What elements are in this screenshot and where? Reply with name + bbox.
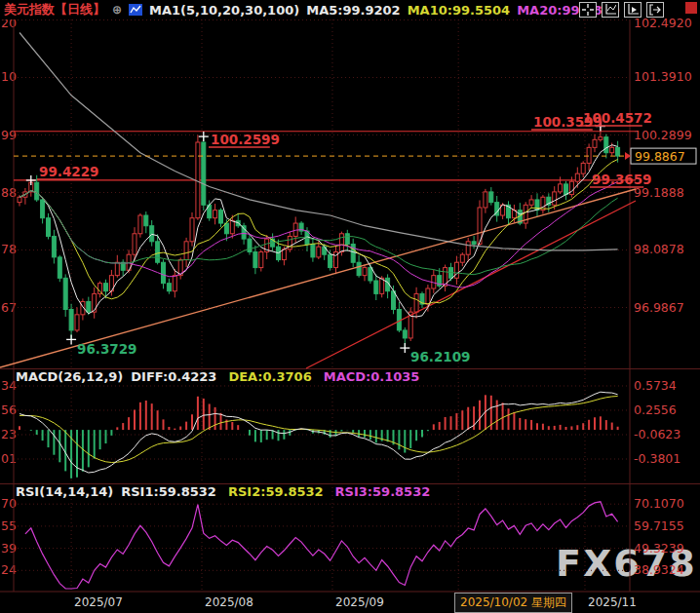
x-axis-label-nov: 2025/11 <box>588 595 637 609</box>
svg-text:100.2899: 100.2899 <box>634 128 692 142</box>
rsi-params-label: RSI(14,14,14) <box>16 484 113 499</box>
diff-line <box>19 392 618 473</box>
price-annotation: 100.3599 <box>533 114 603 130</box>
svg-text:67: 67 <box>1 300 17 315</box>
chart-type-icon[interactable] <box>129 4 142 16</box>
svg-text:102.4920: 102.4920 <box>634 16 692 30</box>
x-axis-label-jul: 2025/07 <box>74 595 123 609</box>
crosshair-icon[interactable] <box>579 2 597 18</box>
rsi-panel-header: RSI(14,14,14) RSI1:59.8532 RSI2:59.8532 … <box>16 484 430 499</box>
add-indicator-icon[interactable]: ⊕ <box>112 3 122 17</box>
panel-borders <box>0 19 700 592</box>
price-annotation: 99.4229 <box>39 164 99 179</box>
ma5-value: MA5:99.9202 <box>306 3 400 18</box>
rsi1-value: RSI1:59.8532 <box>121 484 216 499</box>
annotations: 99.4229100.2599100.457296.372996.2109100… <box>26 110 652 364</box>
svg-text:78: 78 <box>1 242 17 256</box>
last-price-marker: 99.8867 <box>14 148 696 164</box>
svg-text:70: 70 <box>1 496 17 511</box>
trading-chart-app: FX678 102.492020101.391010100.28999999.1… <box>0 0 700 613</box>
svg-text:99.8867: 99.8867 <box>635 149 685 164</box>
price-annotation: 99.3659 <box>592 172 652 187</box>
period-label: 【日线】 <box>55 1 105 19</box>
svg-text:98.0878: 98.0878 <box>634 242 684 256</box>
svg-text:56: 56 <box>1 402 17 417</box>
svg-text:0.2556: 0.2556 <box>634 402 677 417</box>
svg-text:10: 10 <box>1 69 17 84</box>
svg-text:96.9867: 96.9867 <box>634 300 684 315</box>
axis-scale-icon[interactable] <box>602 2 619 18</box>
macd-histogram <box>19 395 618 479</box>
price-annotation: 96.2109 <box>410 349 471 364</box>
exit-icon[interactable] <box>646 2 664 18</box>
rsi3-value: RSI3:59.8532 <box>335 484 431 499</box>
svg-text:70.1070: 70.1070 <box>634 496 684 511</box>
ma20-line <box>19 182 618 287</box>
macd-value: MACD:0.1035 <box>324 369 420 384</box>
candles-layer <box>18 127 620 349</box>
svg-text:38.9324: 38.9324 <box>634 562 684 577</box>
chart-canvas[interactable]: 102.492020101.391010100.28999999.1888889… <box>0 0 700 613</box>
chart-header: 美元指数 【日线】 ⊕ MA1(5,10,20,30,100) MA5:99.9… <box>0 0 579 19</box>
x-axis-label-selected-date: 2025/10/02 星期四 <box>454 593 572 613</box>
svg-text:99: 99 <box>1 128 17 142</box>
macd-dea-value: DEA:0.3706 <box>228 369 311 384</box>
ma-group-label: MA1(5,10,20,30,100) <box>149 3 299 18</box>
svg-text:88: 88 <box>1 185 17 200</box>
svg-text:01: 01 <box>1 451 17 466</box>
rsi2-value: RSI2:59.8532 <box>228 484 324 499</box>
corner-red-button[interactable] <box>685 2 697 14</box>
svg-text:0.5734: 0.5734 <box>634 378 677 393</box>
price-annotation: 96.3729 <box>77 341 137 357</box>
svg-text:39: 39 <box>1 541 17 556</box>
ma30-line <box>19 191 618 275</box>
macd-panel-header: MACD(26,12,9) DIFF:0.4223 DEA:0.3706 MAC… <box>16 369 419 384</box>
svg-text:34: 34 <box>1 378 17 393</box>
chart-toolbar <box>579 2 664 18</box>
macd-params-label: MACD(26,12,9) <box>16 369 123 384</box>
svg-text:23: 23 <box>1 427 17 441</box>
svg-text:59.7155: 59.7155 <box>634 518 684 533</box>
svg-text:55: 55 <box>1 518 17 533</box>
macd-lines <box>19 392 618 473</box>
x-axis-label-aug: 2025/08 <box>205 595 253 609</box>
svg-text:-0.3801: -0.3801 <box>634 451 681 466</box>
dea-line <box>19 397 618 463</box>
svg-text:24: 24 <box>1 562 17 577</box>
svg-text:-0.0623: -0.0623 <box>634 427 681 441</box>
macd-diff-value: DIFF:0.4223 <box>131 369 216 384</box>
x-axis-label-sep: 2025/09 <box>335 595 384 609</box>
svg-text:101.3910: 101.3910 <box>634 69 692 84</box>
trendline <box>306 201 636 368</box>
ma10-value: MA10:99.5504 <box>408 3 511 18</box>
rsi-line <box>25 502 618 589</box>
price-annotation: 100.2599 <box>211 132 280 147</box>
symbol-title: 美元指数 <box>4 1 55 19</box>
svg-text:49.3239: 49.3239 <box>634 541 684 556</box>
axis-play-icon[interactable] <box>624 2 642 18</box>
grid-layer <box>14 19 630 592</box>
